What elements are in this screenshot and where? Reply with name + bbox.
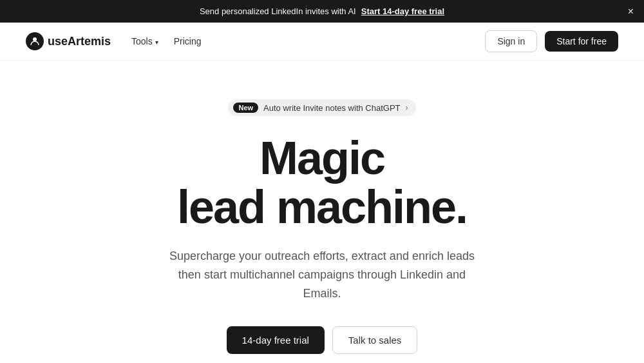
announcement-cta[interactable]: Start 14-day free trial (361, 6, 444, 16)
badge-new-label: New (233, 103, 258, 113)
nav-menu: Tools Pricing (131, 36, 201, 46)
svg-point-0 (33, 37, 37, 41)
logo-text: useArtemis (48, 35, 111, 48)
hero-subtext: Supercharge your outreach efforts, extra… (167, 247, 477, 302)
announcement-close[interactable]: × (628, 6, 634, 17)
pricing-link[interactable]: Pricing (174, 36, 202, 46)
new-badge[interactable]: New Auto write Invite notes with ChatGPT… (228, 99, 415, 116)
announcement-text: Send personalized LinkedIn invites with … (200, 6, 356, 16)
announcement-bar: Send personalized LinkedIn invites with … (0, 0, 644, 23)
badge-text: Auto write Invite notes with ChatGPT (263, 103, 400, 113)
nav-right: Sign in Start for free (485, 30, 618, 52)
hero-section: New Auto write Invite notes with ChatGPT… (0, 61, 644, 363)
trial-button[interactable]: 14-day free trial (227, 326, 325, 354)
signin-button[interactable]: Sign in (485, 30, 537, 52)
logo[interactable]: useArtemis (26, 32, 111, 50)
main-nav: useArtemis Tools Pricing Sign in Start f… (0, 23, 644, 61)
tools-chevron-icon (155, 36, 158, 46)
logo-icon (26, 32, 44, 50)
start-free-button[interactable]: Start for free (545, 31, 618, 52)
tools-menu[interactable]: Tools (131, 36, 158, 46)
talk-sales-button[interactable]: Talk to sales (332, 326, 418, 354)
hero-headline: Magic lead machine. (177, 134, 467, 231)
badge-arrow-icon: › (406, 103, 408, 112)
nav-left: useArtemis Tools Pricing (26, 32, 202, 50)
hero-buttons: 14-day free trial Talk to sales (227, 326, 418, 354)
